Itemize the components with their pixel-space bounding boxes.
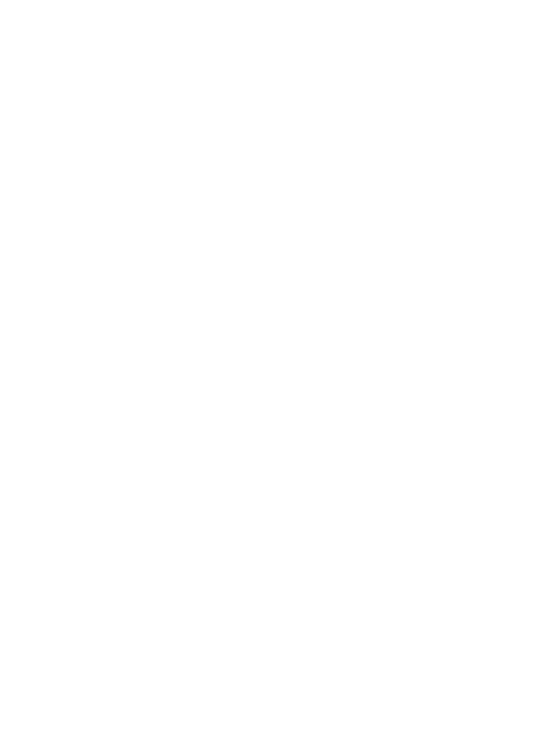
fig3-arrows xyxy=(10,10,550,21)
